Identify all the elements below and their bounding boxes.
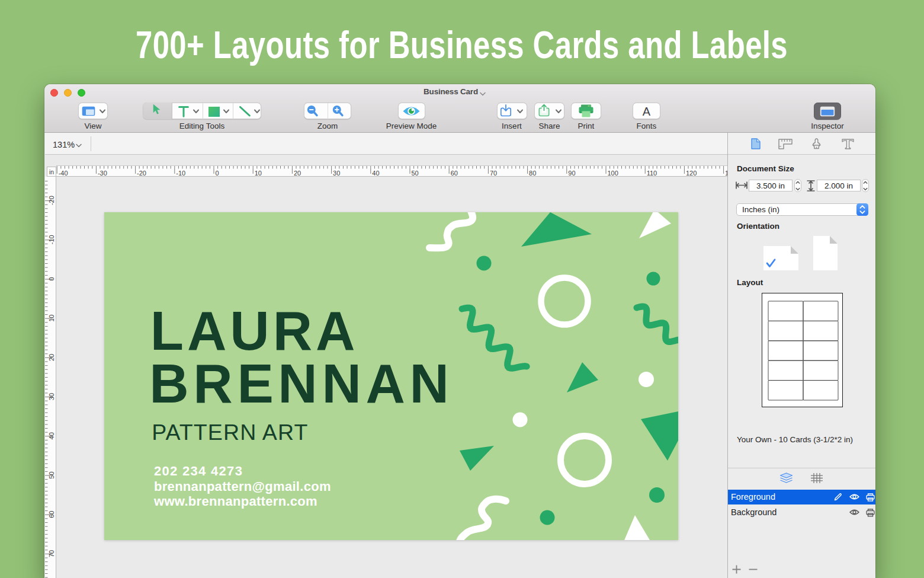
svg-text:-20: -20 bbox=[48, 196, 55, 205]
svg-text:70: 70 bbox=[48, 550, 55, 557]
svg-text:-20: -20 bbox=[137, 169, 146, 176]
svg-text:60: 60 bbox=[451, 169, 458, 176]
svg-text:40: 40 bbox=[372, 169, 379, 176]
svg-text:110: 110 bbox=[647, 169, 657, 176]
svg-text:-30: -30 bbox=[98, 169, 107, 176]
svg-text:60: 60 bbox=[48, 510, 55, 518]
svg-text:50: 50 bbox=[48, 471, 55, 478]
svg-text:40: 40 bbox=[48, 432, 55, 439]
svg-text:20: 20 bbox=[48, 353, 55, 360]
svg-text:10: 10 bbox=[48, 314, 55, 321]
svg-text:100: 100 bbox=[608, 169, 618, 176]
svg-text:-40: -40 bbox=[59, 169, 68, 176]
svg-text:90: 90 bbox=[568, 169, 575, 176]
svg-text:80: 80 bbox=[529, 169, 536, 176]
svg-text:30: 30 bbox=[48, 392, 55, 400]
svg-text:30: 30 bbox=[333, 169, 340, 176]
svg-text:0: 0 bbox=[216, 169, 219, 176]
svg-text:-10: -10 bbox=[176, 169, 185, 176]
svg-text:70: 70 bbox=[490, 169, 497, 176]
svg-text:0: 0 bbox=[48, 277, 55, 280]
svg-text:20: 20 bbox=[294, 169, 301, 176]
svg-text:120: 120 bbox=[686, 169, 697, 176]
svg-text:-10: -10 bbox=[48, 235, 55, 244]
svg-text:50: 50 bbox=[412, 169, 419, 176]
svg-text:10: 10 bbox=[255, 169, 262, 176]
